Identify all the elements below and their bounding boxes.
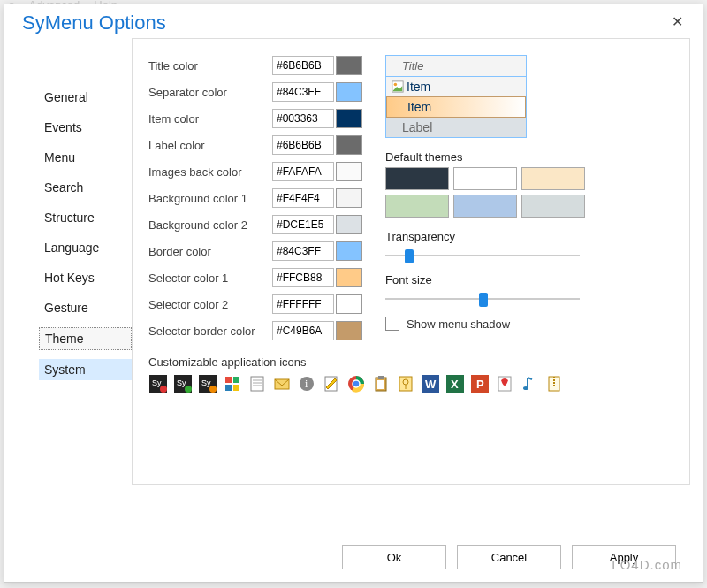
preview-label: Label: [386, 118, 526, 137]
icon-note[interactable]: [247, 374, 267, 393]
input-sel2[interactable]: [272, 294, 334, 314]
svg-point-1: [394, 83, 398, 87]
input-item-color[interactable]: [272, 109, 334, 128]
sidebar-item-system[interactable]: System: [39, 359, 132, 380]
icons-section-label: Customizable application icons: [148, 355, 673, 369]
svg-rect-11: [225, 377, 232, 383]
sidebar-item-hotkeys[interactable]: Hot Keys: [39, 267, 132, 288]
icon-keycard[interactable]: [396, 374, 415, 393]
transparency-thumb[interactable]: [405, 249, 414, 263]
label-item-color: Item color: [148, 112, 272, 126]
icon-chrome[interactable]: [346, 374, 366, 393]
close-icon[interactable]: ✕: [665, 11, 690, 32]
cancel-button[interactable]: Cancel: [457, 545, 561, 569]
icon-envelope[interactable]: [272, 374, 292, 393]
svg-point-7: [185, 386, 192, 393]
swatch-selborder[interactable]: [336, 321, 362, 340]
swatch-bg1[interactable]: [336, 188, 362, 208]
label-selborder: Selector border color: [148, 325, 272, 338]
svg-rect-13: [225, 385, 232, 391]
sidebar-item-language[interactable]: Language: [39, 237, 132, 258]
row-sel1: Selector color 1: [148, 267, 362, 288]
input-selborder[interactable]: [272, 321, 334, 340]
icon-clipboard[interactable]: [371, 374, 391, 393]
sidebar-item-events[interactable]: Events: [39, 117, 132, 138]
theme-swatch-1[interactable]: [385, 167, 449, 190]
input-border[interactable]: [272, 241, 334, 261]
icon-word[interactable]: W: [421, 374, 440, 393]
theme-swatch-6[interactable]: [521, 195, 585, 218]
icon-powerpoint[interactable]: P: [470, 374, 490, 393]
row-border: Border color: [148, 241, 362, 262]
preview-item-1: Item: [386, 77, 526, 96]
options-window: SyMenu Options ✕ General Events Menu Sea…: [4, 4, 703, 583]
dialog-buttons: Ok Cancel Apply: [342, 545, 676, 569]
transparency-label: Transparency: [385, 230, 673, 243]
theme-swatch-3[interactable]: [521, 167, 585, 190]
row-label-color: Label color: [148, 134, 362, 156]
icon-excel[interactable]: X: [445, 374, 465, 393]
svg-rect-26: [378, 376, 384, 379]
title-bar: SyMenu Options ✕: [4, 4, 703, 38]
swatch-title-color[interactable]: [336, 56, 362, 75]
ok-button[interactable]: Ok: [342, 545, 446, 569]
shadow-label: Show menu shadow: [407, 317, 510, 331]
label-images-back: Images back color: [148, 165, 272, 179]
icon-windows[interactable]: [223, 374, 242, 393]
sidebar-item-structure[interactable]: Structure: [39, 207, 132, 228]
svg-text:W: W: [425, 378, 437, 391]
svg-text:P: P: [476, 378, 484, 391]
input-images-back[interactable]: [272, 162, 334, 181]
sidebar-item-gesture[interactable]: Gesture: [39, 297, 132, 318]
swatch-separator-color[interactable]: [336, 82, 362, 102]
icon-sy-red[interactable]: Sy: [148, 374, 168, 393]
theme-swatch-2[interactable]: [453, 167, 517, 190]
icon-music[interactable]: [520, 374, 539, 393]
svg-text:X: X: [451, 378, 459, 391]
label-bg1: Background color 1: [148, 192, 272, 205]
input-title-color[interactable]: [272, 56, 334, 75]
swatch-bg2[interactable]: [336, 215, 362, 234]
swatch-border[interactable]: [336, 241, 362, 261]
swatch-images-back[interactable]: [336, 162, 362, 181]
input-bg1[interactable]: [272, 188, 334, 208]
input-sel1[interactable]: [272, 268, 334, 287]
default-themes: [385, 167, 673, 218]
input-bg2[interactable]: [272, 215, 334, 234]
icon-edit[interactable]: [322, 374, 341, 393]
icon-pdf[interactable]: [495, 374, 514, 393]
icon-info[interactable]: i: [297, 374, 316, 393]
sidebar-item-menu[interactable]: Menu: [39, 147, 132, 168]
svg-point-24: [353, 380, 360, 387]
fontsize-thumb[interactable]: [479, 293, 488, 307]
fontsize-label: Font size: [385, 273, 673, 286]
swatch-sel1[interactable]: [336, 268, 362, 287]
input-separator-color[interactable]: [272, 82, 334, 102]
row-images-back: Images back color: [148, 161, 362, 182]
preview-item-icon: [392, 80, 404, 93]
sidebar-item-search[interactable]: Search: [39, 177, 132, 198]
sidebar-item-general[interactable]: General: [39, 87, 132, 108]
input-label-color[interactable]: [272, 135, 334, 155]
label-sel2: Selector color 2: [148, 298, 272, 311]
svg-text:Sy: Sy: [152, 378, 162, 387]
transparency-slider[interactable]: [385, 247, 580, 264]
swatch-sel2[interactable]: [336, 294, 362, 314]
svg-point-10: [209, 386, 217, 393]
shadow-row: Show menu shadow: [385, 317, 673, 331]
theme-swatch-5[interactable]: [453, 195, 517, 218]
label-sel1: Selector color 1: [148, 271, 272, 285]
icon-zip[interactable]: [544, 374, 564, 393]
sidebar-item-theme[interactable]: Theme: [39, 327, 132, 350]
row-separator-color: Separator color: [148, 81, 362, 103]
shadow-checkbox[interactable]: [385, 317, 399, 331]
theme-swatch-4[interactable]: [385, 195, 449, 218]
swatch-label-color[interactable]: [336, 135, 362, 155]
fontsize-slider[interactable]: [385, 290, 580, 308]
sidebar: General Events Menu Search Structure Lan…: [17, 38, 132, 485]
svg-point-4: [160, 386, 167, 393]
apply-button[interactable]: Apply: [572, 545, 676, 569]
swatch-item-color[interactable]: [336, 109, 362, 128]
icon-sy-orange[interactable]: Sy: [198, 374, 217, 393]
icon-sy-green[interactable]: Sy: [173, 374, 193, 393]
